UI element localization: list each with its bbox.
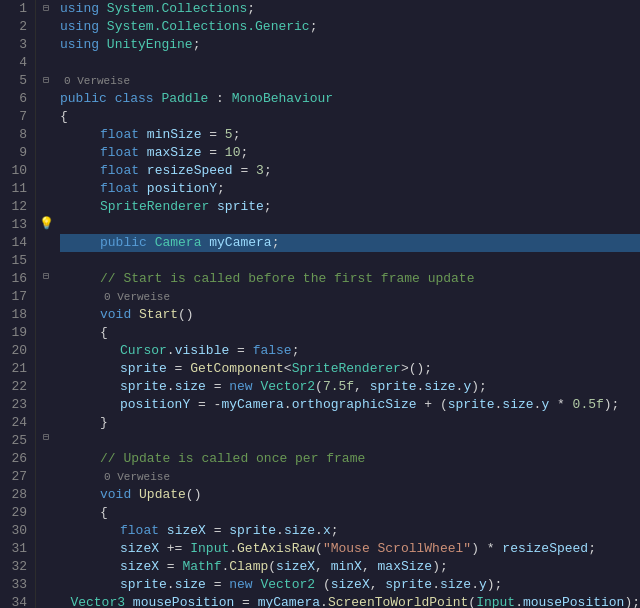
lightbulb-icon-13[interactable]: 💡 (36, 215, 56, 233)
gutter-4 (36, 54, 56, 72)
gutter-33 (36, 572, 56, 590)
code-line-27: float sizeX = sprite.size.x; (60, 522, 640, 540)
code-line-2: using System.Collections.Generic; (60, 18, 640, 36)
gutter-14 (36, 233, 56, 251)
gutter-34 (36, 590, 56, 608)
gutter-22 (36, 376, 56, 394)
code-line-30: sprite.size = new Vector2 (sizeX, sprite… (60, 576, 640, 594)
code-line-21: positionY = -myCamera.orthographicSize +… (60, 396, 640, 414)
code-line-25: void Update() (60, 486, 640, 504)
gutter-24 (36, 411, 56, 429)
gutter-21 (36, 358, 56, 376)
code-line-22: } (60, 414, 640, 432)
code-editor[interactable]: 12345 678910 1112131415 1617181920 21222… (0, 0, 640, 608)
gutter-19 (36, 322, 56, 340)
code-content[interactable]: using System.Collections; using System.C… (56, 0, 640, 608)
code-line-6: { (60, 108, 640, 126)
code-line-16: void Start() (60, 306, 640, 324)
gutter-29 (36, 501, 56, 519)
code-line-8: float maxSize = 10; (60, 144, 640, 162)
gutter-3 (36, 36, 56, 54)
code-line-7: float minSize = 5; (60, 126, 640, 144)
code-line-3: using UnityEngine; (60, 36, 640, 54)
gutter-31 (36, 536, 56, 554)
gutter-23 (36, 393, 56, 411)
code-line-28: sizeX += Input.GetAxisRaw("Mouse ScrollW… (60, 540, 640, 558)
gutter-2 (36, 18, 56, 36)
gutter-32 (36, 554, 56, 572)
code-line-12 (60, 216, 640, 234)
code-line-18: Cursor.visible = false; (60, 342, 640, 360)
code-area: 12345 678910 1112131415 1617181920 21222… (0, 0, 640, 608)
gutter-26 (36, 447, 56, 465)
gutter-18 (36, 304, 56, 322)
code-line-11: SpriteRenderer sprite; (60, 198, 640, 216)
code-line-13: public Camera myCamera; (60, 234, 640, 252)
collapse-icon-25[interactable]: ⊟ (36, 429, 56, 447)
code-line-5: 0 Verweise (60, 72, 640, 90)
code-line-1: using System.Collections; (60, 0, 640, 18)
line-numbers: 12345 678910 1112131415 1617181920 21222… (0, 0, 36, 608)
gutter-30 (36, 519, 56, 537)
code-line-4 (60, 54, 640, 72)
gutter-11 (36, 179, 56, 197)
collapse-icon-1[interactable]: ⊟ (36, 0, 56, 18)
code-line-26: { (60, 504, 640, 522)
gutter-9 (36, 143, 56, 161)
code-line-20: sprite.size = new Vector2(7.5f, sprite.s… (60, 378, 640, 396)
gutter-20 (36, 340, 56, 358)
gutter-15 (36, 250, 56, 268)
gutter-8 (36, 125, 56, 143)
gutter: ⊟ ⊟ 💡 ⊟ (36, 0, 56, 608)
code-line-14 (60, 252, 640, 270)
code-line-17: { (60, 324, 640, 342)
code-line-29: sizeX = Mathf.Clamp(sizeX, minX, maxSize… (60, 558, 640, 576)
code-line-19: sprite = GetComponent<SpriteRenderer>(); (60, 360, 640, 378)
collapse-icon-5[interactable]: ⊟ (36, 72, 56, 90)
code-line-9: float resizeSpeed = 3; (60, 162, 640, 180)
gutter-10 (36, 161, 56, 179)
code-line-24: // Update is called once per frame (60, 450, 640, 468)
code-line-25-ref: 0 Verweise (60, 468, 640, 486)
gutter-12 (36, 197, 56, 215)
code-line-23 (60, 432, 640, 450)
gutter-6 (36, 90, 56, 108)
gutter-28 (36, 483, 56, 501)
code-line-31: Vector3 mousePosition = myCamera.ScreenT… (60, 594, 640, 608)
gutter-7 (36, 107, 56, 125)
gutter-17 (36, 286, 56, 304)
gutter-27 (36, 465, 56, 483)
collapse-icon-16[interactable]: ⊟ (36, 268, 56, 286)
code-line-15: // Start is called before the first fram… (60, 270, 640, 288)
code-line-16-ref: 0 Verweise (60, 288, 640, 306)
code-line-5b: public class Paddle : MonoBehaviour (60, 90, 640, 108)
code-line-10: float positionY; (60, 180, 640, 198)
